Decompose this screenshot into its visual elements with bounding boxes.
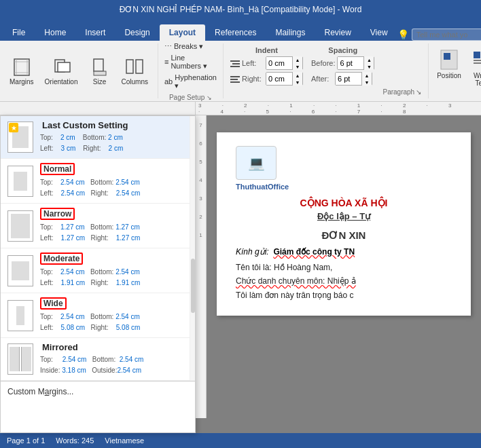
indent-left-field[interactable] <box>266 57 292 69</box>
margins-label: Margins <box>10 78 34 86</box>
columns-label: Columns <box>122 78 148 86</box>
indent-right-down[interactable]: ▼ <box>293 79 302 86</box>
svg-rect-12 <box>232 63 240 64</box>
title-bar: ĐƠN XIN NGHỈ PHÉP NAM- Bình_Hà [Compatib… <box>0 0 481 19</box>
wrap-text-label: Wrap Text <box>474 72 481 87</box>
word-count: Words: 245 <box>56 436 94 445</box>
before-label: Before: <box>311 59 335 67</box>
line-numbers-button[interactable]: ≡ Line Numbers ▾ <box>162 53 219 71</box>
line-numbers-label: Line Numbers ▾ <box>171 54 217 71</box>
position-icon <box>440 49 459 72</box>
wide-name: Wide <box>40 297 67 310</box>
margins-dropdown: ★ Last Custom Setting Top: 2 cm Bottom: … <box>0 115 196 433</box>
svg-rect-14 <box>230 76 240 77</box>
last-custom-name: Last Custom Setting <box>40 120 130 130</box>
tab-review[interactable]: Review <box>315 24 360 41</box>
margin-item-last-custom[interactable]: ★ Last Custom Setting Top: 2 cm Bottom: … <box>1 116 195 159</box>
orientation-button[interactable]: Orientation <box>41 54 82 88</box>
custom-margins-button[interactable]: Custom Margins... <box>1 381 195 402</box>
tab-home[interactable]: Home <box>35 24 75 41</box>
wrap-text-button[interactable]: Wrap Text <box>468 46 481 96</box>
indent-left-down[interactable]: ▼ <box>293 63 302 70</box>
tab-insert[interactable]: Insert <box>75 24 115 41</box>
tab-references[interactable]: References <box>205 24 266 41</box>
mirrored-details: Top: 2.54 cm Bottom: 2.54 cm Inside: 3.1… <box>40 354 188 376</box>
line-numbers-icon: ≡ <box>164 58 168 66</box>
horizontal-ruler: 3 · 2 · 1 · · 1 · 2 · 3 · 4 · 5 · 6 · 7 … <box>196 102 481 115</box>
document-area: 7654321 💻 ThuthuatOffice CỘNG HÒA XÃ HỘI… <box>196 115 481 433</box>
spacing-after-down[interactable]: ▼ <box>362 79 372 86</box>
logo-icon: 💻 <box>248 155 265 171</box>
body-line-3: Tôi làm đơn này trân trọng báo c <box>236 288 452 302</box>
tab-file[interactable]: File <box>3 24 35 41</box>
breaks-icon: ⋯ <box>164 42 172 51</box>
svg-rect-7 <box>94 59 103 71</box>
narrow-icon <box>7 210 33 242</box>
paragraph-group-label: Paragraph ↘ <box>382 88 421 96</box>
breaks-button[interactable]: ⋯ Breaks ▾ <box>162 41 205 52</box>
body-line-2: Chức danh chuyên môn: Nhiệp ả <box>236 274 452 288</box>
greeting-label: Kính gửi: <box>236 247 269 257</box>
indent-right-field[interactable] <box>266 73 292 85</box>
indent-label: Indent <box>230 46 303 54</box>
orientation-label: Orientation <box>45 78 78 86</box>
margins-button[interactable]: Margins <box>5 54 38 88</box>
narrow-name: Narrow <box>40 208 75 220</box>
hyphenation-button[interactable]: ab Hyphenation ▾ <box>162 73 219 91</box>
scroll-thumb[interactable] <box>191 259 195 313</box>
spacing-after-input[interactable]: ▲ ▼ <box>335 72 372 86</box>
svg-rect-9 <box>126 60 133 73</box>
columns-button[interactable]: Columns <box>118 54 152 88</box>
margin-item-moderate[interactable]: Moderate Top: 2.54 cm Bottom: 2.54 cm Le… <box>1 248 195 293</box>
margin-item-normal[interactable]: Normal Top: 2.54 cm Bottom: 2.54 cm Left… <box>1 159 195 204</box>
margin-item-narrow[interactable]: Narrow Top: 1.27 cm Bottom: 1.27 cm Left… <box>1 204 195 248</box>
svg-rect-15 <box>230 79 238 80</box>
svg-rect-16 <box>230 81 240 83</box>
spacing-before-down[interactable]: ▼ <box>364 63 374 70</box>
document-heading: ĐƠN XIN <box>236 229 452 242</box>
wide-details: Top: 2.54 cm Bottom: 2.54 cm Left: 5.08 … <box>40 312 188 333</box>
margin-item-mirrored[interactable]: Mirrored Top: 2.54 cm Bottom: 2.54 cm In… <box>1 338 195 381</box>
spacing-before-up[interactable]: ▲ <box>364 56 374 63</box>
page-setup-label: Page Setup ↘ <box>162 92 219 101</box>
document-logo: 💻 ThuthuatOffice <box>236 146 452 191</box>
indent-left-up[interactable]: ▲ <box>293 56 302 63</box>
last-custom-details: Top: 2 cm Bottom: 2 cm Left: 3 cm Right:… <box>40 132 188 154</box>
margin-item-wide[interactable]: Wide Top: 2.54 cm Bottom: 2.54 cm Left: … <box>1 293 195 338</box>
indent-right-icon <box>230 75 240 83</box>
size-icon <box>89 56 111 78</box>
narrow-details: Top: 1.27 cm Bottom: 1.27 cm Left: 1.27 … <box>40 222 188 244</box>
tab-view[interactable]: View <box>361 24 397 41</box>
left-label: Left: <box>242 59 264 67</box>
columns-icon <box>124 56 145 78</box>
indent-right-input[interactable]: ▲ ▼ <box>266 72 303 86</box>
spacing-after-up[interactable]: ▲ <box>362 72 372 79</box>
size-button[interactable]: Size <box>85 54 115 88</box>
wide-icon <box>7 300 33 331</box>
indent-left-input[interactable]: ▲ ▼ <box>266 56 303 70</box>
indent-left-icon <box>230 59 240 67</box>
normal-details: Top: 2.54 cm Bottom: 2.54 cm Left: 2.54 … <box>40 177 188 199</box>
moderate-name: Moderate <box>40 253 83 265</box>
svg-rect-8 <box>94 71 106 75</box>
status-bar: Page 1 of 1 Words: 245 Vietnamese <box>0 433 481 448</box>
mirrored-name: Mirrored <box>40 342 80 352</box>
ribbon-toolbar: Margins Orientation Size <box>0 41 481 102</box>
spacing-after-field[interactable] <box>336 73 361 85</box>
spacing-label: Spacing <box>311 46 374 54</box>
vertical-ruler: 7654321 <box>196 115 207 418</box>
tab-design[interactable]: Design <box>115 24 159 41</box>
position-button[interactable]: Position <box>433 46 465 96</box>
spacing-before-field[interactable] <box>338 57 363 69</box>
page-info: Page 1 of 1 <box>7 436 45 445</box>
greeting-value: Giám đốc công ty TN <box>273 247 355 257</box>
tab-layout[interactable]: Layout <box>160 24 205 41</box>
tab-mailings[interactable]: Mailings <box>266 24 315 41</box>
document-body: Tên tôi là: Hồ Hoàng Nam, Chức danh chuy… <box>236 261 452 302</box>
spacing-before-input[interactable]: ▲ ▼ <box>337 56 374 70</box>
tell-me-input[interactable] <box>412 29 481 41</box>
scroll-track <box>190 116 195 381</box>
document-greeting: Kính gửi: Giám đốc công ty TN <box>236 247 452 257</box>
indent-right-up[interactable]: ▲ <box>293 72 302 79</box>
svg-rect-11 <box>230 60 240 62</box>
